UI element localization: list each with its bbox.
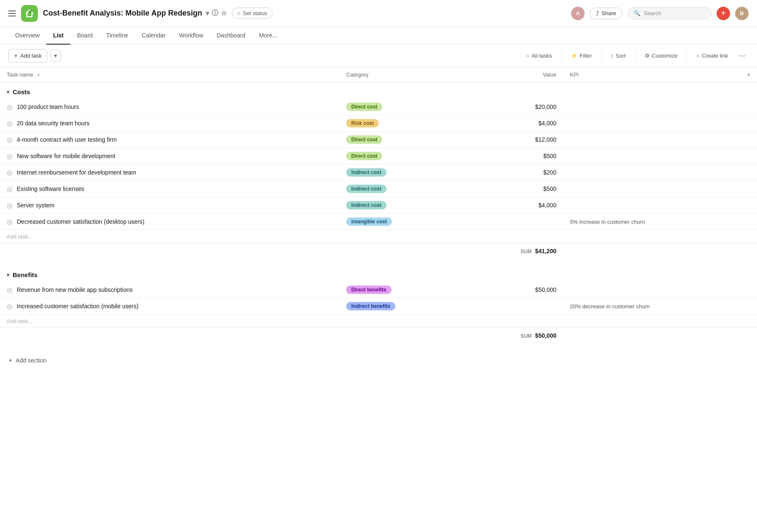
table-row[interactable]: ◎ Revenue from new mobile app subscripti…: [0, 282, 757, 298]
tab-list[interactable]: List: [46, 27, 70, 45]
task-name-text: Server system: [17, 202, 54, 209]
toolbar: + Add task ▾ ○ All tasks ⚡ Filter ↕ Sort…: [0, 45, 757, 67]
category-badge[interactable]: Indirect cost: [346, 185, 386, 193]
category-badge[interactable]: Direct cost: [346, 135, 382, 144]
info-icon[interactable]: ⓘ: [212, 9, 218, 18]
table-row[interactable]: ◎ Increased customer satisfaction (mobil…: [0, 298, 757, 315]
category-badge[interactable]: Risk cost: [346, 119, 378, 127]
task-value-cell: [474, 298, 563, 315]
table-row[interactable]: ◎ Existing software licenses Indirect co…: [0, 181, 757, 197]
hamburger-menu[interactable]: [8, 11, 16, 16]
task-name-cell: ◎ Internet reimbursement for development…: [0, 164, 339, 181]
check-icon[interactable]: ◎: [7, 136, 13, 144]
category-badge[interactable]: Direct cost: [346, 103, 382, 111]
tab-workflow[interactable]: Workflow: [172, 27, 210, 45]
avatar-1[interactable]: A: [571, 7, 585, 20]
check-icon[interactable]: ◎: [7, 119, 13, 127]
check-icon[interactable]: ◎: [7, 286, 13, 294]
tab-timeline[interactable]: Timeline: [100, 27, 135, 45]
add-task-benefits-row[interactable]: Add task...: [0, 315, 757, 328]
tab-calendar[interactable]: Calendar: [135, 27, 172, 45]
add-task-costs-row[interactable]: Add task...: [0, 230, 757, 244]
tab-more[interactable]: More...: [252, 27, 284, 45]
check-icon[interactable]: ◎: [7, 185, 13, 193]
circle-check-icon: ○: [526, 53, 529, 59]
search-bar[interactable]: 🔍 Search: [627, 7, 712, 19]
add-button[interactable]: +: [717, 7, 730, 20]
create-link-button[interactable]: ○ Create link: [692, 50, 732, 61]
task-name-cell: ◎ Server system: [0, 197, 339, 214]
plus-icon: +: [8, 357, 12, 364]
collapse-costs-button[interactable]: ▾: [7, 89, 9, 95]
table-row[interactable]: ◎ 20 data security team hours Risk cost …: [0, 115, 757, 132]
task-kpi-cell: [563, 132, 740, 148]
check-icon[interactable]: ◎: [7, 302, 13, 310]
avatar-2[interactable]: B: [735, 7, 749, 20]
share-button[interactable]: ⤴ Share: [590, 8, 622, 19]
col-sort-icon[interactable]: ▾: [37, 72, 40, 77]
task-name-cell: ◎ 20 data security team hours: [0, 115, 339, 132]
add-task-button[interactable]: + Add task: [8, 49, 47, 63]
table-row[interactable]: ◎ New software for mobile development Di…: [0, 148, 757, 164]
add-task-dropdown-button[interactable]: ▾: [50, 50, 61, 62]
section-costs-label: Costs: [13, 88, 30, 95]
chevron-down-icon: ▾: [54, 53, 57, 59]
col-add-button[interactable]: +: [740, 67, 757, 82]
tab-dashboard[interactable]: Dashboard: [210, 27, 252, 45]
star-icon[interactable]: ☆: [221, 9, 227, 17]
sort-button[interactable]: ↕ Sort: [606, 50, 630, 61]
all-tasks-button[interactable]: ○ All tasks: [522, 50, 556, 61]
check-icon[interactable]: ◎: [7, 169, 13, 177]
category-badge[interactable]: Indirect cost: [346, 168, 386, 177]
category-badge[interactable]: Indirect cost: [346, 201, 386, 209]
toolbar-separator-3: [635, 52, 635, 60]
link-icon: ○: [696, 53, 700, 59]
tab-overview[interactable]: Overview: [8, 27, 46, 45]
check-icon[interactable]: ◎: [7, 152, 13, 160]
task-name-text: Increased customer satisfaction (mobile …: [17, 303, 138, 310]
search-icon: 🔍: [634, 10, 641, 16]
task-action-cell: [740, 132, 757, 148]
filter-button[interactable]: ⚡ Filter: [566, 50, 596, 61]
task-kpi-cell: [563, 282, 740, 298]
task-category-cell: Indirect cost: [339, 197, 474, 214]
task-action-cell: [740, 214, 757, 230]
collapse-benefits-button[interactable]: ▾: [7, 272, 9, 278]
app-icon: [21, 5, 38, 22]
check-icon[interactable]: ◎: [7, 201, 13, 209]
task-category-cell: Direct cost: [339, 132, 474, 148]
more-options-button[interactable]: ···: [736, 49, 749, 63]
task-action-cell: [740, 282, 757, 298]
set-status-button[interactable]: ○ Set status: [232, 8, 273, 19]
task-name-text: New software for mobile development: [17, 153, 115, 159]
tab-board[interactable]: Board: [70, 27, 99, 45]
table-row[interactable]: ◎ 4-month contract with user testing fir…: [0, 132, 757, 148]
task-category-cell: Direct benefits: [339, 282, 474, 298]
task-name-text: 4-month contract with user testing firm: [17, 136, 116, 143]
category-badge[interactable]: Indirect benefits: [346, 302, 395, 310]
circle-icon: ○: [237, 10, 241, 16]
task-name-cell: ◎ 4-month contract with user testing fir…: [0, 132, 339, 148]
task-table-container: Task name ▾ Category Value KPI + ▾ Costs…: [0, 67, 757, 350]
dropdown-icon[interactable]: ▾: [206, 9, 209, 17]
task-action-cell: [740, 99, 757, 115]
task-name-text: 100 product team hours: [17, 103, 79, 110]
table-row[interactable]: ◎ Internet reimbursement for development…: [0, 164, 757, 181]
task-kpi-cell: 20% decrease in customer churn: [563, 298, 740, 315]
task-category-cell: Direct cost: [339, 99, 474, 115]
category-badge[interactable]: Direct cost: [346, 152, 382, 160]
table-row[interactable]: ◎ Server system Indirect cost $4,000: [0, 197, 757, 214]
plus-icon: +: [14, 52, 18, 60]
task-name-cell: ◎ New software for mobile development: [0, 148, 339, 164]
category-badge[interactable]: Direct benefits: [346, 286, 391, 294]
check-icon[interactable]: ◎: [7, 103, 13, 111]
add-section-button[interactable]: + Add section: [0, 350, 757, 371]
table-row[interactable]: ◎ Decreased customer satisfaction (deskt…: [0, 214, 757, 230]
category-badge[interactable]: Intangible cost: [346, 217, 392, 226]
task-action-cell: [740, 115, 757, 132]
table-row[interactable]: ◎ 100 product team hours Direct cost $20…: [0, 99, 757, 115]
task-name-text: Decreased customer satisfaction (desktop…: [17, 218, 144, 225]
check-icon[interactable]: ◎: [7, 218, 13, 226]
task-value-cell: $200: [474, 164, 563, 181]
customize-button[interactable]: ⚙ Customize: [641, 50, 682, 61]
